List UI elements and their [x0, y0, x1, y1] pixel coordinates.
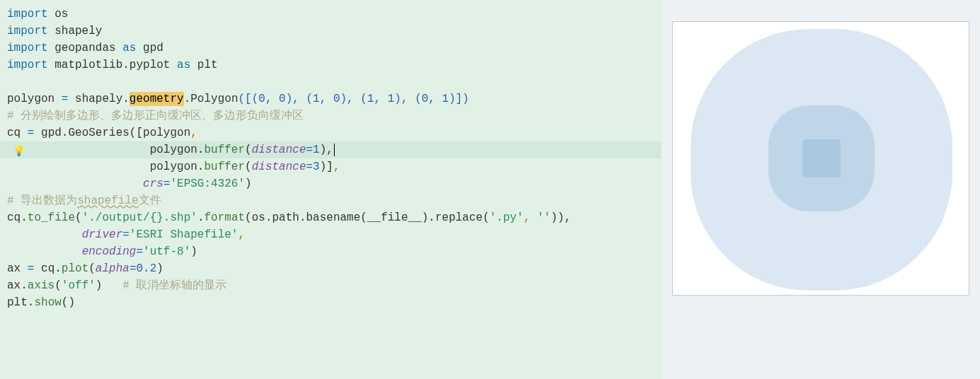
- lightbulb-icon[interactable]: 💡: [13, 143, 25, 160]
- code-line: ax = cq.plot(alpha=0.2): [7, 260, 662, 277]
- code-editor[interactable]: import os import shapely import geopanda…: [0, 0, 662, 379]
- polygon-shape: [802, 139, 841, 177]
- code-line: encoding='utf-8'): [7, 243, 662, 260]
- plot-figure: [672, 21, 969, 296]
- code-line: driver='ESRI Shapefile',: [7, 226, 662, 243]
- current-line[interactable]: 💡 polygon.buffer(distance=1),: [0, 141, 662, 158]
- code-line: plt.show(): [7, 294, 662, 311]
- output-pane: [662, 0, 980, 379]
- code-line: import shapely: [7, 23, 662, 40]
- code-line: cq.to_file('./output/{}.shp'.format(os.p…: [7, 209, 662, 226]
- code-line: polygon = shapely.geometry.Polygon([(0, …: [7, 91, 662, 107]
- highlighted-token: geometry: [129, 92, 184, 106]
- code-line: import geopandas as gpd: [7, 40, 662, 57]
- code-line: import matplotlib.pyplot as plt: [7, 57, 662, 74]
- code-line-comment: # 分别绘制多边形、多边形正向缓冲区、多边形负向缓冲区: [7, 107, 662, 124]
- code-line-comment: # 导出数据为shapefile文件: [7, 192, 662, 209]
- code-line: cq = gpd.GeoSeries([polygon,: [7, 124, 662, 141]
- code-line: polygon.buffer(distance=3)],: [7, 158, 662, 175]
- text-cursor: [334, 144, 335, 156]
- blank-line: [7, 74, 662, 91]
- code-line: ax.axis('off') # 取消坐标轴的显示: [7, 277, 662, 294]
- keyword-import: import: [7, 8, 48, 21]
- code-line: import os: [7, 6, 662, 23]
- code-line: crs='EPSG:4326'): [7, 175, 662, 192]
